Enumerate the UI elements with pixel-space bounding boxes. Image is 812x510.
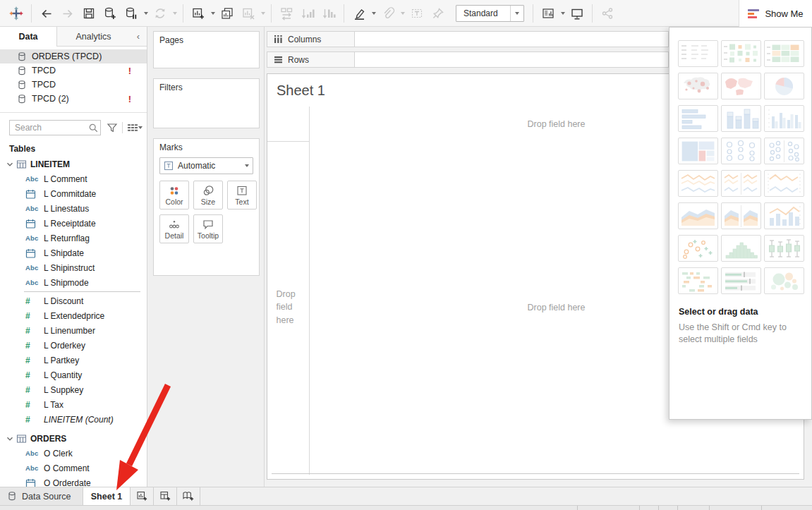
field-row[interactable]: AbcO Comment <box>0 461 145 475</box>
view-options-caret[interactable] <box>138 117 143 138</box>
field-row[interactable]: L Commitdate <box>0 186 145 201</box>
highlight-button[interactable] <box>349 3 369 24</box>
showme-heat-map[interactable] <box>721 40 761 67</box>
showme-area-continuous[interactable] <box>678 202 718 229</box>
showme-symbol-map[interactable] <box>678 73 718 99</box>
field-row[interactable]: #L Discount <box>0 293 145 308</box>
text-mark-button[interactable]: Text <box>227 181 257 210</box>
data-source-item[interactable]: TPCD! <box>0 63 147 78</box>
field-row[interactable]: #L Quantity <box>0 368 145 382</box>
detail-mark-button[interactable]: Detail <box>159 214 189 243</box>
fit-select[interactable]: Standard <box>456 5 524 22</box>
showme-treemap[interactable] <box>678 138 718 164</box>
pages-shelf[interactable]: Pages <box>153 31 260 68</box>
showme-histogram[interactable] <box>721 235 761 262</box>
view-options-icon[interactable] <box>127 123 138 133</box>
showme-lines-discrete[interactable] <box>721 170 761 197</box>
showme-side-by-side-bars[interactable] <box>764 105 804 132</box>
show-me-button[interactable]: Show Me <box>739 0 812 27</box>
data-source-item[interactable]: TPCD <box>0 78 147 92</box>
tab-data[interactable]: Data <box>0 27 57 47</box>
data-source-item[interactable]: ORDERS (TPCD) <box>0 49 147 63</box>
presentation-mode-button[interactable] <box>567 3 587 24</box>
field-row[interactable]: AbcO Clerk <box>0 446 145 461</box>
showme-pie-chart[interactable] <box>764 73 804 99</box>
field-row[interactable]: AbcL Shipmode <box>0 275 145 290</box>
save-button[interactable] <box>79 3 99 24</box>
field-row[interactable]: #LINEITEM (Count) <box>0 412 145 427</box>
filter-fields-icon[interactable] <box>107 122 118 133</box>
showme-area-discrete[interactable] <box>721 202 761 229</box>
undo-button[interactable] <box>37 3 56 24</box>
new-data-source-button[interactable] <box>100 3 120 24</box>
columns-shelf[interactable]: Columns <box>267 31 669 47</box>
field-row[interactable]: AbcL Linestatus <box>0 201 145 216</box>
field-row[interactable]: #L Tax <box>0 397 145 412</box>
field-row[interactable]: L Shipdate <box>0 245 145 260</box>
showme-dual-lines[interactable] <box>764 170 804 197</box>
showme-bullet-graph[interactable] <box>721 267 761 294</box>
tableau-logo-button[interactable] <box>6 3 26 24</box>
showme-highlight-table[interactable] <box>764 40 804 67</box>
pause-auto-updates-dropdown-caret[interactable] <box>142 3 150 24</box>
showme-text-table[interactable] <box>678 40 718 67</box>
field-row[interactable]: #L Partkey <box>0 353 145 368</box>
showme-filled-map[interactable] <box>721 73 761 99</box>
duplicate-sheet-button[interactable] <box>217 3 237 24</box>
rows-shelf[interactable]: Rows <box>267 51 669 68</box>
highlight-dropdown-caret[interactable] <box>370 3 377 24</box>
search-input[interactable] <box>10 123 86 133</box>
pause-auto-updates-button[interactable] <box>121 3 141 24</box>
field-row[interactable]: AbcL Shipinstruct <box>0 260 145 275</box>
sheet-1-tab[interactable]: Sheet 1 <box>83 487 131 505</box>
showme-circle-views[interactable] <box>721 138 761 164</box>
showme-lines-continuous[interactable] <box>678 170 718 197</box>
field-row[interactable]: #L Linenumber <box>0 323 145 338</box>
data-source-label: TPCD <box>32 80 56 90</box>
showme-dual-combination[interactable] <box>764 202 804 229</box>
chevron-down-icon[interactable] <box>6 435 16 443</box>
drop-zone-rows[interactable]: Drop field here <box>267 141 309 473</box>
field-row[interactable]: AbcL Comment <box>0 171 145 186</box>
color-mark-button[interactable]: Color <box>159 181 189 210</box>
collapse-pane-icon[interactable]: ‹ <box>130 27 147 46</box>
data-source-item[interactable]: TPCD (2)! <box>0 92 147 106</box>
field-row[interactable]: #L Suppkey <box>0 382 145 397</box>
table-header-orders[interactable]: ORDERS <box>0 431 145 446</box>
field-label: L Tax <box>44 400 63 410</box>
table-header-lineitem[interactable]: LINEITEM <box>0 157 145 171</box>
showme-scatter-plot[interactable] <box>678 235 718 262</box>
mark-type-dropdown[interactable]: Automatic <box>159 157 253 174</box>
field-row[interactable]: #L Orderkey <box>0 338 145 353</box>
tab-analytics[interactable]: Analytics <box>57 27 130 46</box>
show-hide-cards-button[interactable] <box>538 3 558 24</box>
clear-sheet-icon <box>241 6 255 20</box>
showme-side-by-side-circles[interactable] <box>764 138 804 164</box>
new-worksheet-dropdown-caret[interactable] <box>209 3 217 24</box>
showme-gantt[interactable] <box>678 267 718 294</box>
fit-select-caret[interactable] <box>510 6 523 21</box>
chevron-down-icon[interactable] <box>6 160 16 169</box>
data-pane: Data Analytics ‹ ORDERS (TPCD)TPCD!TPCDT… <box>0 27 147 487</box>
field-row[interactable]: #L Extendedprice <box>0 308 145 323</box>
field-row[interactable]: L Receiptdate <box>0 216 145 231</box>
rows-icon <box>274 54 283 65</box>
field-row[interactable]: O Orderdate <box>0 475 145 487</box>
field-row[interactable]: AbcL Returnflag <box>0 231 145 245</box>
tooltip-mark-button[interactable]: Tooltip <box>193 214 223 243</box>
showme-horizontal-bars[interactable] <box>678 105 718 132</box>
filters-shelf[interactable]: Filters <box>153 78 260 128</box>
mark-type-caret[interactable] <box>241 158 253 174</box>
new-story-tab-button[interactable] <box>177 487 200 505</box>
showme-packed-bubbles[interactable] <box>764 267 804 294</box>
showme-stacked-bars[interactable] <box>721 105 761 132</box>
new-dashboard-tab-button[interactable] <box>154 487 177 505</box>
rows-shelf-droparea[interactable] <box>355 52 668 67</box>
size-mark-button[interactable]: Size <box>193 181 223 210</box>
showme-box-and-whisker[interactable] <box>764 235 804 262</box>
data-source-tab[interactable]: Data Source <box>0 487 83 505</box>
new-worksheet-tab-button[interactable] <box>131 487 154 505</box>
new-worksheet-button[interactable] <box>188 3 208 24</box>
show-hide-cards-dropdown-caret[interactable] <box>559 3 566 24</box>
columns-shelf-droparea[interactable] <box>355 32 668 47</box>
